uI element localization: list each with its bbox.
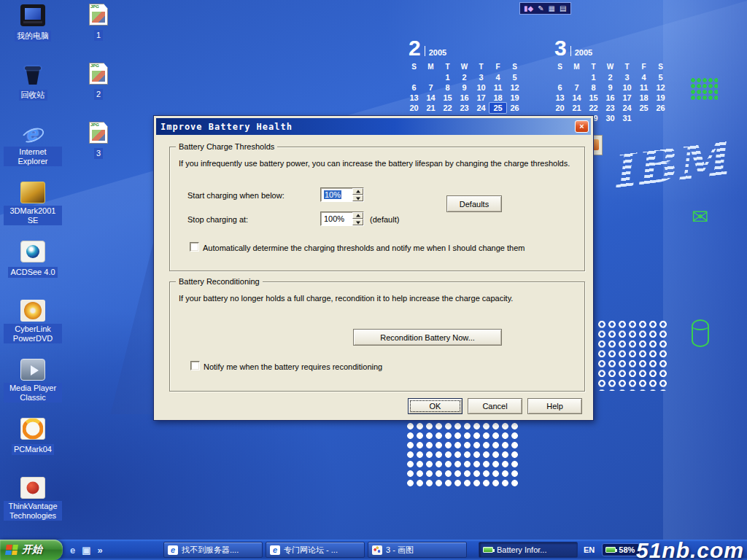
- calendar-day: 11: [635, 82, 652, 93]
- calendar-day: 23: [602, 103, 619, 113]
- desktop: IBM ✉ ▮◆✎▦▤ 我的电脑回收站Internet Explorer3DMa…: [0, 0, 747, 560]
- desktop-icon-label: 我的电脑: [15, 31, 51, 42]
- calendar-day: 1: [585, 72, 602, 82]
- taskbar-button-label: 3 - 画图: [386, 545, 414, 556]
- taskbar-button[interactable]: 3 - 画图: [368, 542, 467, 558]
- stop-threshold-field[interactable]: 100%: [321, 212, 352, 225]
- doc-icon[interactable]: ▤: [560, 5, 566, 12]
- calendar-day: 14: [422, 93, 439, 103]
- taskbar-button[interactable]: 专门网论坛 - ...: [266, 542, 365, 558]
- desktop-icon-label: ThinkVantage Technologies: [4, 501, 62, 521]
- taskbar-button-label: Battery Infor...: [497, 545, 546, 554]
- auto-determine-checkbox[interactable]: [190, 242, 199, 252]
- signal-icon[interactable]: ▮◆: [524, 5, 533, 12]
- notify-recondition-checkbox[interactable]: [190, 361, 200, 370]
- calendar-day: 2: [602, 72, 619, 82]
- calendar-day: 9: [602, 82, 619, 93]
- calendar-day: 4: [635, 72, 652, 82]
- language-indicator[interactable]: EN: [584, 545, 595, 554]
- defaults-button[interactable]: Defaults: [446, 195, 502, 212]
- calendar-day-header: M: [422, 62, 439, 72]
- desktop-icon-pcmark[interactable]: PCMark04: [1, 416, 64, 475]
- spinner-buttons: [352, 212, 363, 225]
- file-icon-1[interactable]: 1: [67, 1, 130, 61]
- dialog-titlebar[interactable]: Improve Battery Health ×: [156, 118, 591, 135]
- battery-charge-thresholds-group: Battery Charge Thresholds If you infrequ…: [169, 147, 585, 271]
- calendar-day-header: S: [551, 62, 568, 72]
- calendar-day-header: S: [406, 62, 422, 72]
- desktop-icon-recycle-bin[interactable]: 回收站: [1, 62, 64, 121]
- calendar-day: 10: [619, 82, 635, 93]
- calendar-day-empty: [406, 72, 422, 82]
- calendar-day: 13: [406, 93, 422, 103]
- calendar-day: 16: [456, 93, 473, 103]
- start-threshold-value: 10%: [324, 190, 341, 199]
- calendar-day: 20: [406, 103, 422, 113]
- show-desktop-icon[interactable]: ▣: [82, 545, 90, 555]
- chevron-icon[interactable]: »: [98, 545, 103, 555]
- internet-explorer-quick-icon[interactable]: e: [70, 545, 75, 555]
- calendar-separator: [425, 46, 425, 56]
- close-button[interactable]: ×: [575, 120, 589, 133]
- spin-up-button[interactable]: [352, 212, 363, 219]
- spin-down-button[interactable]: [352, 195, 363, 201]
- calendar-day-empty: [422, 72, 439, 82]
- start-threshold-spinner[interactable]: 10%: [320, 187, 364, 202]
- calendar-day: 7: [422, 82, 439, 93]
- calendar-header: 3 2005: [551, 38, 676, 58]
- my-computer-icon: [20, 4, 45, 26]
- calendar-separator: [570, 46, 571, 56]
- start-threshold-field[interactable]: 10%: [321, 188, 352, 201]
- calendar-day: 25: [635, 103, 652, 113]
- recondition-battery-button[interactable]: Recondition Battery Now...: [353, 329, 502, 346]
- envelope-ornament-icon: ✉: [692, 207, 708, 228]
- ok-button[interactable]: OK: [408, 398, 462, 414]
- calendar-march: 3 2005 SMTWTFS12345678910111213141516171…: [551, 38, 676, 123]
- file-icon-2[interactable]: 2: [67, 61, 130, 120]
- taskbar-button-label: 专门网论坛 - ...: [284, 545, 338, 556]
- calendar-day-header: F: [635, 62, 652, 72]
- desktop-icon-thinkvantage[interactable]: ThinkVantage Technologies: [1, 475, 64, 534]
- improve-battery-health-dialog: Improve Battery Health × Battery Charge …: [153, 115, 594, 421]
- calendar-grid: SMTWTFS123456789101112131415161718192021…: [551, 62, 676, 123]
- desktop-icon-3dmark[interactable]: 3DMark2001 SE: [1, 180, 64, 239]
- calendar-february: 2 2005 SMTWTFS12345678910111213141516171…: [406, 38, 530, 123]
- battery-reconditioning-group: Battery Reconditioning If your battery n…: [169, 281, 585, 392]
- taskbar-button[interactable]: Battery Infor...: [479, 542, 578, 558]
- calendar-day: 21: [568, 103, 585, 113]
- calendar-day: 17: [473, 93, 489, 103]
- desktop-icon-internet-explorer[interactable]: Internet Explorer: [1, 121, 64, 180]
- dialog-body: Battery Charge Thresholds If you infrequ…: [156, 135, 591, 419]
- thinkvantage-icon: [20, 477, 45, 499]
- cancel-button[interactable]: Cancel: [468, 398, 522, 414]
- calendar-day: 22: [585, 103, 602, 113]
- auto-determine-label: Automatically determine the charging thr…: [203, 244, 525, 252]
- dot-pattern-solid: [406, 421, 521, 489]
- grid-icon[interactable]: ▦: [549, 5, 555, 12]
- spin-up-button[interactable]: [352, 188, 363, 195]
- help-button[interactable]: Help: [527, 398, 582, 414]
- stop-threshold-spinner[interactable]: 100%: [320, 211, 364, 226]
- calendar-day: 11: [489, 82, 506, 93]
- acdsee-icon: [20, 241, 45, 262]
- calendar-day-header: S: [652, 62, 669, 72]
- start-button[interactable]: 开始: [0, 540, 63, 560]
- desktop-icon-acdsee[interactable]: ACDSee 4.0: [1, 239, 64, 298]
- calendar-day: 5: [652, 72, 669, 82]
- spin-down-button[interactable]: [352, 219, 363, 225]
- calendar-day-empty: [551, 72, 568, 82]
- taskbar-button[interactable]: 找不到服务器....: [163, 542, 263, 558]
- file-icon-3[interactable]: 3: [67, 120, 130, 179]
- spinner-buttons: [352, 188, 363, 201]
- jpg-file-icon: [89, 63, 108, 85]
- calendar-day: 24: [473, 103, 489, 113]
- desktop-icon-my-computer[interactable]: 我的电脑: [1, 3, 64, 62]
- desktop-icon-powerdvd[interactable]: CyberLink PowerDVD: [1, 298, 64, 357]
- ibm-logo: IBM: [608, 130, 732, 198]
- battery-tray[interactable]: 58%: [602, 543, 640, 556]
- calendar-day: 6: [551, 82, 568, 93]
- pen-icon[interactable]: ✎: [538, 5, 543, 12]
- desktop-icon-mpc[interactable]: Media Player Classic: [1, 357, 64, 416]
- stop-charging-label: Stop charging at:: [187, 215, 248, 224]
- calendar-day: 21: [422, 103, 439, 113]
